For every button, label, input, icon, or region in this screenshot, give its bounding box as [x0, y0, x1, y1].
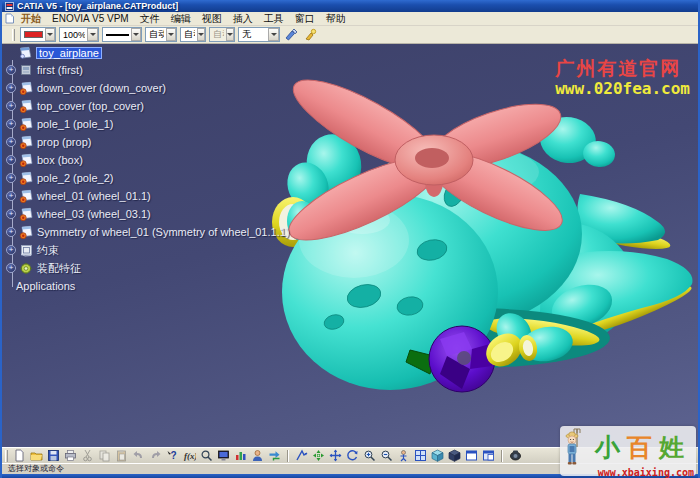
tree-item-first[interactable]: + first (first) — [6, 62, 83, 78]
tree-item-label[interactable]: box (box) — [37, 154, 83, 166]
fill-color-combo[interactable] — [20, 27, 56, 42]
search-icon[interactable] — [199, 449, 214, 463]
tree-item-label[interactable]: top_cover (top_cover) — [37, 100, 144, 112]
zoom-in-icon[interactable] — [362, 449, 377, 463]
tree-item-label[interactable]: Applications — [16, 280, 75, 292]
fly-mode-icon[interactable] — [294, 449, 309, 463]
user-icon[interactable] — [250, 449, 265, 463]
exchange-icon[interactable] — [267, 449, 282, 463]
tree-item-wheel-01[interactable]: + wheel_01 (wheel_01.1) — [6, 188, 151, 204]
tree-item-prop[interactable]: + prop (prop) — [6, 134, 91, 150]
tree-item-label[interactable]: prop (prop) — [37, 136, 91, 148]
tree-item-top-cover[interactable]: + top_cover (top_cover) — [6, 98, 144, 114]
tree-root-label[interactable]: toy_airplane — [36, 47, 102, 59]
print-icon[interactable] — [63, 449, 78, 463]
dropdown-arrow-icon[interactable] — [45, 28, 55, 41]
tree-item-label[interactable]: 约束 — [37, 243, 59, 258]
tree-item-label[interactable]: Symmetry of wheel_01 (Symmetry of wheel_… — [37, 226, 290, 238]
render-icon[interactable] — [508, 449, 523, 463]
painter-icon[interactable] — [283, 27, 299, 42]
tree-item-label[interactable]: wheel_03 (wheel_03.1) — [37, 208, 151, 220]
tree-item-label[interactable]: pole_1 (pole_1) — [37, 118, 113, 130]
expand-icon[interactable]: + — [6, 209, 16, 219]
menu-item-enovia[interactable]: ENOVIA V5 VPM — [47, 12, 134, 25]
title-bar[interactable]: CATIA V5 - [toy_airplane.CATProduct] — [2, 0, 698, 12]
new-file-icon[interactable] — [12, 449, 27, 463]
tree-item-label[interactable]: wheel_01 (wheel_01.1) — [37, 190, 151, 202]
expand-icon[interactable]: + — [6, 101, 16, 111]
document-menu-icon[interactable] — [4, 13, 15, 24]
transparency-value: 100% — [63, 30, 85, 40]
cut-icon — [80, 449, 95, 463]
expand-icon[interactable]: + — [6, 173, 16, 183]
tree-item-pole-2[interactable]: + pole_2 (pole_2) — [6, 170, 113, 186]
tree-item-constraints[interactable]: + 约束 — [6, 242, 59, 258]
tree-item-box[interactable]: + box (box) — [6, 152, 83, 168]
save-icon[interactable] — [46, 449, 61, 463]
toolbar-grip[interactable] — [12, 29, 15, 41]
dropdown-arrow-icon[interactable] — [166, 28, 176, 41]
tree-item-assembly-features[interactable]: + 装配特征 — [6, 260, 81, 276]
dropdown-arrow-icon[interactable] — [131, 28, 141, 41]
part-icon — [19, 117, 34, 131]
dropdown-arrow-icon[interactable] — [268, 28, 279, 41]
window-title: CATIA V5 - [toy_airplane.CATProduct] — [17, 1, 178, 11]
menu-item-edit[interactable]: 编辑 — [166, 12, 196, 25]
graph-icon[interactable] — [233, 449, 248, 463]
expand-icon[interactable]: + — [6, 65, 16, 75]
expand-icon[interactable]: + — [6, 227, 16, 237]
tree-item-label[interactable]: down_cover (down_cover) — [37, 82, 166, 94]
part-icon — [19, 81, 34, 95]
layer-combo[interactable]: 无 — [238, 27, 280, 42]
expand-icon[interactable]: + — [6, 137, 16, 147]
pan-icon[interactable] — [328, 449, 343, 463]
dropdown-arrow-icon[interactable] — [197, 28, 205, 41]
watermark-020fea: 广州有道官网 www.020fea.com — [555, 58, 690, 98]
menu-item-window[interactable]: 窗口 — [290, 12, 320, 25]
expand-icon[interactable]: + — [6, 245, 16, 255]
model-wheel[interactable] — [429, 326, 495, 392]
wizard-brush-icon[interactable] — [302, 27, 318, 42]
tree-item-wheel-03[interactable]: + wheel_03 (wheel_03.1) — [6, 206, 151, 222]
menu-item-view[interactable]: 视图 — [197, 12, 227, 25]
expand-icon[interactable]: + — [6, 155, 16, 165]
menu-item-file[interactable]: 文件 — [135, 12, 165, 25]
line-type-combo[interactable] — [102, 27, 142, 42]
shaded-view-icon[interactable] — [447, 449, 462, 463]
window-b-icon[interactable] — [481, 449, 496, 463]
menu-item-insert[interactable]: 插入 — [228, 12, 258, 25]
open-folder-icon[interactable] — [29, 449, 44, 463]
viewport-canvas[interactable]: toy_airplane + first (first) + down_cove… — [2, 44, 698, 447]
expand-icon[interactable]: + — [6, 83, 16, 93]
tree-root-toy-airplane[interactable]: toy_airplane — [18, 45, 102, 61]
context-help-icon[interactable]: ? — [165, 449, 180, 463]
menu-item-help[interactable]: 帮助 — [321, 12, 351, 25]
formula-icon[interactable]: f(x) — [182, 449, 197, 463]
fit-all-icon[interactable] — [311, 449, 326, 463]
zoom-out-icon[interactable] — [379, 449, 394, 463]
tree-item-label[interactable]: first (first) — [37, 64, 83, 76]
multi-view-icon[interactable] — [413, 449, 428, 463]
screen-icon[interactable] — [216, 449, 231, 463]
tree-item-symmetry-wheel-01[interactable]: + Symmetry of wheel_01 (Symmetry of whee… — [6, 224, 290, 240]
tree-item-label[interactable]: pole_2 (pole_2) — [37, 172, 113, 184]
toolbar-grip[interactable] — [5, 450, 8, 462]
window-a-icon[interactable] — [464, 449, 479, 463]
dropdown-arrow-icon[interactable] — [87, 28, 98, 41]
expand-icon[interactable]: + — [6, 263, 16, 273]
menu-item-start[interactable]: 开始 — [16, 12, 46, 25]
point-symbol-combo[interactable]: 自动 — [180, 27, 206, 42]
redo-icon — [148, 449, 163, 463]
iso-view-icon[interactable] — [430, 449, 445, 463]
tree-item-applications[interactable]: Applications — [16, 278, 75, 294]
normal-view-icon[interactable] — [396, 449, 411, 463]
line-weight-combo[interactable]: 自动 — [145, 27, 177, 42]
menu-item-tools[interactable]: 工具 — [259, 12, 289, 25]
rotate-icon[interactable] — [345, 449, 360, 463]
tree-item-down-cover[interactable]: + down_cover (down_cover) — [6, 80, 166, 96]
transparency-combo[interactable]: 100% — [59, 27, 99, 42]
tree-item-pole-1[interactable]: + pole_1 (pole_1) — [6, 116, 113, 132]
expand-icon[interactable]: + — [6, 119, 16, 129]
tree-item-label[interactable]: 装配特征 — [37, 261, 81, 276]
expand-icon[interactable]: + — [6, 191, 16, 201]
